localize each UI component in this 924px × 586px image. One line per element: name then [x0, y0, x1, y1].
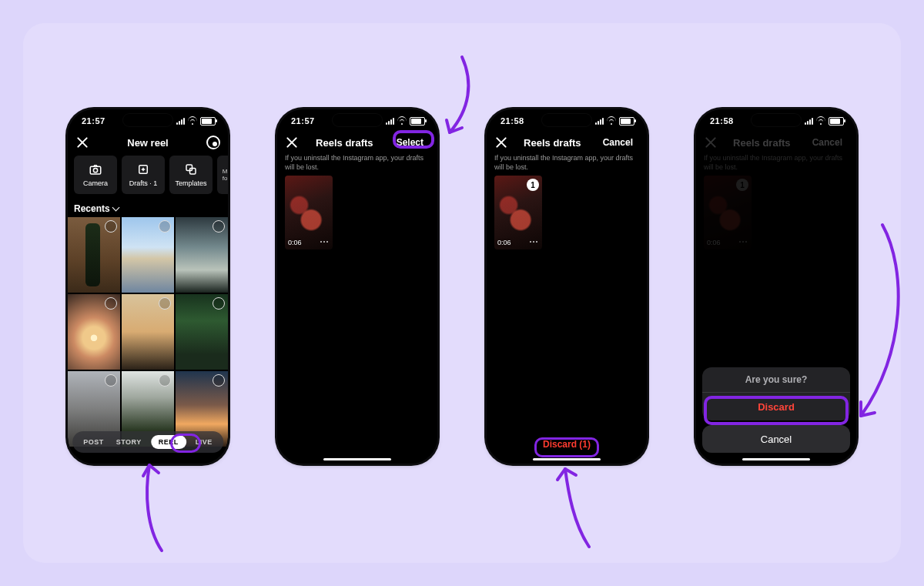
mode-live[interactable]: LIVE [192, 437, 216, 447]
status-icons [176, 117, 216, 126]
mode-story[interactable]: STORY [113, 437, 145, 447]
drafts-label: Drafts · 1 [129, 179, 158, 187]
status-time: 21:57 [291, 116, 315, 126]
close-icon[interactable] [285, 136, 299, 149]
templates-icon [184, 162, 198, 176]
drafts-icon [136, 162, 150, 176]
select-circle[interactable] [159, 297, 171, 310]
status-time: 21:57 [82, 116, 105, 126]
home-indicator [323, 458, 391, 460]
close-icon[interactable] [494, 136, 508, 149]
notch [542, 114, 591, 126]
screen: 21:57 New reel Camera Draf [68, 109, 228, 464]
sheet-cancel-card: Cancel [702, 425, 850, 453]
page-title: New reel [89, 137, 206, 149]
wifi-icon [397, 118, 407, 125]
mode-post[interactable]: POST [80, 437, 107, 447]
select-circle[interactable] [159, 220, 171, 233]
status-time: 21:58 [500, 116, 524, 126]
camera-icon [89, 162, 102, 176]
media-item[interactable] [176, 294, 228, 370]
phone-confirm-sheet: 21:58 Reels drafts Cancel If you uninsta… [696, 109, 856, 464]
annotation-arrow [547, 466, 608, 551]
media-item[interactable] [68, 294, 120, 370]
camera-button[interactable]: Camera [74, 156, 117, 194]
recents-dropdown[interactable]: Recents [74, 203, 120, 214]
signal-icon [176, 117, 185, 125]
draft-thumbnail[interactable]: 0:06 ⋯ [285, 176, 333, 249]
battery-icon [410, 117, 425, 126]
wifi-icon [607, 118, 616, 125]
select-circle[interactable] [105, 220, 117, 233]
tool-row: Camera Drafts · 1 Templates M fo [74, 156, 228, 199]
notch [333, 114, 382, 126]
camera-label: Camera [83, 179, 108, 187]
more-icon[interactable]: ⋯ [529, 237, 539, 246]
phone-drafts-select: 21:57 Reels drafts Select If you uninsta… [277, 109, 437, 464]
more-icon[interactable]: ⋯ [320, 237, 330, 246]
signal-icon [595, 117, 604, 125]
sheet-discard-button[interactable]: Discard [702, 393, 850, 420]
selection-badge: 1 [527, 179, 539, 191]
nav-bar: Reels drafts Cancel [487, 131, 647, 154]
close-icon[interactable] [75, 136, 89, 149]
chevron-down-icon [113, 206, 120, 213]
wifi-icon [188, 118, 197, 125]
sheet-cancel-button[interactable]: Cancel [702, 425, 850, 453]
draft-duration: 0:06 [288, 239, 302, 246]
signal-icon [386, 117, 394, 125]
media-item[interactable] [176, 217, 228, 293]
templates-button[interactable]: Templates [169, 156, 213, 194]
media-item[interactable] [68, 217, 120, 293]
annotation-arrow [853, 223, 907, 424]
phone-new-reel: 21:57 New reel Camera Draf [68, 109, 228, 464]
phone-drafts-discard: 21:58 Reels drafts Cancel If you uninsta… [487, 109, 647, 464]
battery-icon [200, 117, 216, 126]
recents-label: Recents [74, 203, 110, 214]
page-title: Reels drafts [508, 137, 597, 149]
media-item[interactable] [122, 217, 174, 293]
nav-bar: New reel [68, 131, 228, 154]
draft-duration: 0:06 [497, 239, 511, 246]
more-tools[interactable]: M fo [217, 156, 228, 194]
annotation-arrow [431, 55, 493, 140]
select-circle[interactable] [105, 374, 117, 387]
sheet-title: Are you sure? [702, 367, 850, 392]
select-circle[interactable] [213, 297, 225, 310]
select-circle[interactable] [105, 297, 117, 310]
home-indicator [533, 458, 601, 460]
svg-point-1 [93, 169, 97, 172]
info-text: If you uninstall the Instagram app, your… [285, 154, 430, 172]
mode-reel[interactable]: REEL [151, 435, 186, 449]
svg-rect-0 [90, 166, 101, 174]
battery-icon [829, 117, 844, 126]
notch [123, 114, 172, 126]
select-circle[interactable] [213, 220, 225, 233]
mode-pill: POST STORY REEL LIVE [72, 431, 223, 453]
page-title: Reels drafts [299, 137, 390, 149]
info-text: If you uninstall the Instagram app, your… [494, 154, 639, 172]
canvas: 21:57 New reel Camera Draf [23, 23, 901, 563]
templates-label: Templates [175, 179, 206, 187]
status-icons [386, 117, 425, 126]
media-grid [68, 217, 228, 464]
annotation-arrow [123, 462, 185, 554]
media-item[interactable] [122, 294, 174, 370]
discard-button[interactable]: Discard (1) [535, 434, 598, 454]
wifi-icon [816, 118, 825, 125]
status-icons [595, 117, 634, 126]
home-indicator [742, 458, 810, 460]
draft-thumbnail[interactable]: 1 0:06 ⋯ [494, 176, 542, 249]
signal-icon [805, 117, 813, 125]
cancel-button[interactable]: Cancel [597, 135, 639, 150]
select-circle[interactable] [159, 374, 171, 387]
settings-icon[interactable] [206, 136, 220, 149]
status-icons [805, 117, 844, 126]
screen: 21:57 Reels drafts Select If you uninsta… [277, 109, 437, 464]
sheet-card: Are you sure? Discard [702, 367, 850, 420]
select-button[interactable]: Select [390, 135, 430, 150]
select-circle[interactable] [213, 374, 225, 387]
drafts-button[interactable]: Drafts · 1 [122, 156, 165, 194]
battery-icon [619, 117, 634, 126]
status-time: 21:58 [710, 116, 734, 126]
